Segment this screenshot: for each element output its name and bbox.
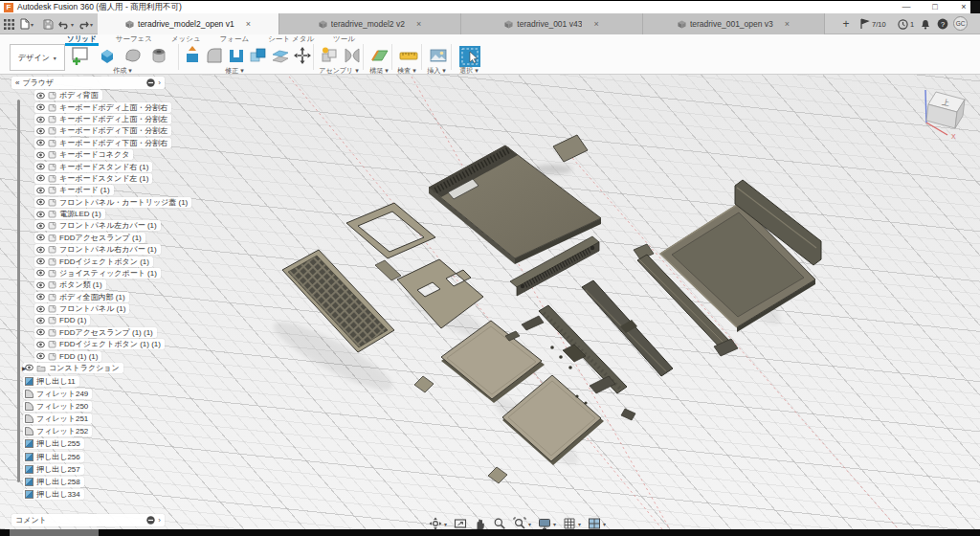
ribbon-tab[interactable]: フォーム (218, 34, 252, 43)
ribbon-tab[interactable]: サーフェス (114, 34, 154, 43)
collapse-arrows-icon[interactable]: « (15, 78, 19, 87)
browser-component-row[interactable]: キーボード (1) (34, 185, 177, 195)
browser-component-row[interactable]: FDDイジェクトボタン (1) (34, 256, 177, 266)
panel-toggle-icon[interactable]: › (158, 78, 161, 87)
visibility-eye-icon[interactable] (36, 187, 45, 194)
comments-panel[interactable]: コメント › (11, 514, 165, 526)
viewports-button[interactable]: ▾ (588, 517, 606, 530)
ribbon-tab[interactable]: シート メタル (266, 34, 316, 43)
zoom-button[interactable] (493, 517, 506, 530)
document-tab[interactable]: teradrive_model2 v2 × (279, 13, 461, 34)
minimize-button[interactable]: — (894, 1, 919, 13)
visibility-eye-icon[interactable] (36, 139, 45, 146)
browser-component-row[interactable]: ボディ背面 (34, 90, 177, 100)
browser-component-row[interactable]: キーボードボディ上面・分割左 (34, 114, 177, 124)
tab-close-icon[interactable]: × (246, 19, 251, 29)
press-pull-icon[interactable] (182, 45, 203, 70)
visibility-eye-icon[interactable] (36, 269, 45, 277)
browser-feature-row[interactable]: 押し出し257 (23, 463, 177, 475)
browser-component-row[interactable]: フロントパネル左カバー (1) (34, 220, 177, 231)
browser-component-row[interactable]: キーボードスタンド左 (1) (34, 173, 177, 184)
pan-button[interactable] (474, 517, 486, 530)
browser-component-row[interactable]: キーボードボディ上面・分割右 (34, 102, 177, 113)
browser-component-row[interactable]: フロントパネル (1) (34, 303, 177, 314)
notification-center[interactable]: 1 (898, 16, 914, 32)
browser-feature-row[interactable]: 押し出し334 (23, 489, 177, 501)
visibility-eye-icon[interactable] (36, 211, 45, 218)
visibility-eye-icon[interactable] (36, 246, 45, 254)
avatar[interactable]: GC (953, 16, 968, 31)
tab-close-icon[interactable]: × (593, 19, 598, 29)
browser-feature-row[interactable]: 押し出し11 (23, 375, 177, 387)
visibility-eye-icon[interactable] (36, 305, 45, 313)
browser-scrollbar[interactable] (17, 100, 20, 482)
browser-component-row[interactable]: フロントパネル・カートリッジ蓋 (1) (34, 197, 177, 208)
save-icon[interactable] (43, 16, 54, 32)
view-cube[interactable]: X 上 (890, 78, 980, 145)
visibility-eye-icon[interactable] (36, 341, 45, 348)
visibility-eye-icon[interactable] (36, 328, 45, 336)
browser-component-row[interactable]: ボタン類 (1) (34, 279, 177, 290)
panel-toggle-icon[interactable]: › (158, 516, 161, 525)
browser-component-row[interactable]: キーボードスタンド右 (1) (34, 161, 177, 171)
create-sketch-icon[interactable] (69, 45, 92, 70)
browser-component-row[interactable]: キーボードボディ下面・分割右 (34, 138, 177, 148)
browser-feature-row[interactable]: 押し出し255 (23, 438, 177, 450)
help-button[interactable]: ? (937, 16, 948, 32)
tab-close-icon[interactable]: × (785, 19, 790, 29)
visibility-eye-icon[interactable] (36, 174, 45, 182)
data-panel-toggle-icon[interactable] (4, 16, 14, 32)
visibility-eye-icon[interactable] (36, 92, 45, 100)
browser-feature-row[interactable]: 押し出し258 (23, 477, 177, 488)
expand-arrow-icon[interactable]: ▶ (22, 365, 27, 371)
display-settings-button[interactable]: ▾ (538, 517, 556, 530)
browser-feature-row[interactable]: フィレット251 (23, 413, 177, 425)
visibility-eye-icon[interactable] (36, 257, 45, 265)
browser-feature-row[interactable]: フィレット249 (23, 388, 177, 399)
visibility-eye-icon[interactable] (36, 198, 45, 206)
document-tab[interactable]: teradrive_001 v43 × (461, 13, 643, 34)
new-tab-button[interactable]: + (838, 16, 854, 32)
maximize-button[interactable]: □ (923, 1, 947, 13)
visibility-eye-icon[interactable] (36, 127, 45, 135)
browser-component-row[interactable]: ボディ全面内部 (1) (34, 292, 177, 302)
browser-construction-row[interactable]: ▶ コンストラクション (23, 363, 177, 373)
visibility-eye-icon[interactable] (36, 317, 45, 324)
panel-visibility-icon[interactable] (146, 78, 155, 87)
visibility-eye-icon[interactable] (36, 163, 45, 170)
visibility-eye-icon[interactable] (36, 151, 45, 159)
browser-component-row[interactable]: キーボードコネクタ (34, 149, 177, 160)
look-at-button[interactable] (454, 517, 467, 530)
ribbon-tab[interactable]: ツール (331, 34, 357, 43)
visibility-eye-icon[interactable] (36, 281, 45, 289)
browser-component-row[interactable]: FDD (1) (34, 315, 177, 325)
visibility-eye-icon[interactable] (36, 103, 45, 111)
browser-component-row[interactable]: FDDアクセスランプ (1) (34, 233, 177, 243)
browser-component-row[interactable]: フロントパネル右カバー (1) (34, 244, 177, 255)
bell-icon[interactable] (921, 16, 930, 32)
workspace-selector[interactable]: デザイン ▾ (10, 44, 65, 71)
browser-component-row[interactable]: FDD (1) (1) (34, 350, 177, 361)
offset-face-icon[interactable] (270, 45, 291, 70)
browser-panel-header[interactable]: « ブラウザ › (11, 77, 165, 89)
browser-feature-row[interactable]: フィレット252 (23, 426, 177, 437)
visibility-eye-icon[interactable] (36, 222, 45, 230)
tab-close-icon[interactable]: × (416, 19, 421, 29)
grid-settings-button[interactable]: ▾ (563, 517, 581, 530)
browser-component-row[interactable]: FDDイジェクトボタン (1) (1) (34, 339, 177, 349)
panel-visibility-icon[interactable] (146, 516, 155, 525)
document-tab[interactable]: teradrive_model2_open v1 × (98, 13, 279, 34)
browser-component-row[interactable]: 電源LED (1) (34, 209, 177, 219)
visibility-eye-icon[interactable] (36, 352, 45, 360)
browser-component-row[interactable]: キーボードボディ下面・分割左 (34, 125, 177, 136)
orbit-button[interactable]: ▾ (429, 517, 447, 530)
fit-button[interactable]: ▾ (513, 517, 531, 530)
browser-component-row[interactable]: FDDアクセスランプ (1) (1) (34, 327, 177, 338)
visibility-eye-icon[interactable] (36, 234, 45, 241)
job-status-badge[interactable]: 7/10 (859, 16, 886, 32)
redo-icon[interactable]: ▾ (78, 16, 93, 32)
undo-icon[interactable]: ▾ (58, 16, 74, 32)
visibility-eye-icon[interactable] (36, 116, 45, 123)
file-menu-icon[interactable]: ▾ (20, 16, 33, 32)
visibility-eye-icon[interactable] (36, 293, 45, 301)
